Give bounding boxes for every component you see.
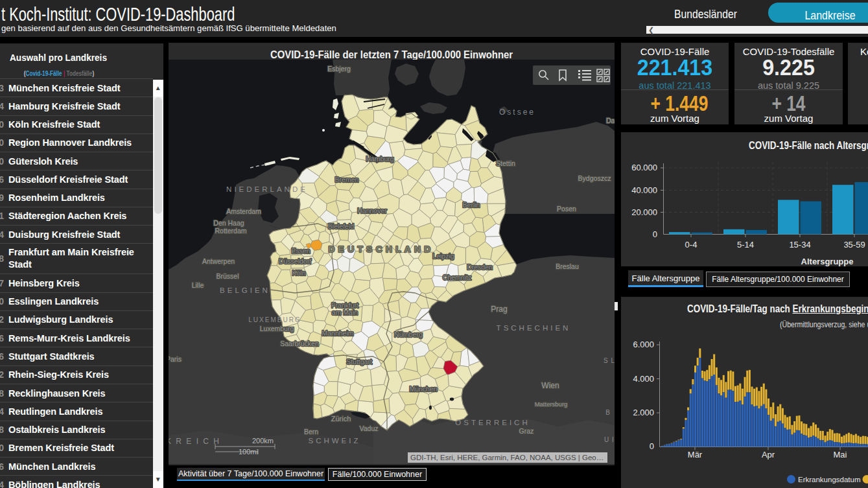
- svg-text:Nürnberg: Nürnberg: [394, 331, 423, 338]
- svg-text:U I: U I: [604, 436, 615, 443]
- svg-text:SCHWEIZ: SCHWEIZ: [308, 437, 360, 445]
- svg-text:Ostsee: Ostsee: [499, 108, 535, 117]
- svg-text:TSCHECHIEN: TSCHECHIEN: [497, 324, 571, 332]
- svg-text:Dresden: Dresden: [467, 263, 493, 271]
- svg-text:Dan: Dan: [606, 117, 615, 124]
- svg-text:Brüssel: Brüssel: [216, 272, 239, 280]
- svg-text:Stettin: Stettin: [496, 159, 515, 167]
- svg-text:S L: S L: [604, 357, 615, 364]
- svg-text:0-4: 0-4: [685, 240, 698, 250]
- svg-text:Posen: Posen: [557, 205, 576, 213]
- svg-text:Chemnitz: Chemnitz: [443, 273, 471, 281]
- svg-text:Altersgruppe: Altersgruppe: [801, 257, 854, 266]
- svg-text:Prag: Prag: [491, 305, 507, 314]
- svg-text:20.000: 20.000: [631, 207, 657, 217]
- svg-text:Berlin: Berlin: [463, 201, 480, 209]
- svg-text:Amsterdam: Amsterdam: [226, 207, 261, 215]
- svg-text:K R E I C H: K R E I C H: [169, 437, 220, 446]
- svg-text:Erkrankungsdatum: Erkrankungsdatum: [798, 476, 861, 483]
- svg-text:0: 0: [650, 441, 654, 451]
- svg-text:35-59: 35-59: [843, 240, 865, 250]
- svg-text:Luxemburg: Luxemburg: [260, 325, 294, 332]
- svg-text:100mi: 100mi: [239, 448, 258, 456]
- svg-text:Stuttgart: Stuttgart: [346, 358, 372, 366]
- svg-text:Paris: Paris: [169, 355, 182, 363]
- svg-text:Mai: Mai: [834, 450, 847, 459]
- svg-text:2.000: 2.000: [633, 408, 654, 417]
- svg-text:Graz: Graz: [519, 427, 534, 435]
- svg-text:Düsseldorf: Düsseldorf: [279, 257, 311, 265]
- svg-text:Köln: Köln: [292, 269, 305, 277]
- svg-text:Bern: Bern: [304, 428, 318, 436]
- svg-text:4.000: 4.000: [633, 374, 654, 384]
- svg-text:Breslau: Breslau: [556, 262, 579, 270]
- svg-text:Antwerpen: Antwerpen: [202, 257, 235, 265]
- svg-text:Bremen: Bremen: [335, 176, 359, 183]
- svg-text:ÖSTERREICH: ÖSTERREICH: [455, 419, 530, 426]
- svg-text:Hannover: Hannover: [357, 207, 387, 215]
- svg-text:60.000: 60.000: [631, 163, 657, 172]
- svg-text:München: München: [409, 385, 437, 393]
- svg-text:6.000: 6.000: [633, 340, 654, 349]
- svg-text:15-34: 15-34: [789, 240, 810, 250]
- svg-text:Essen: Essen: [291, 247, 310, 255]
- svg-text:200km: 200km: [252, 437, 274, 445]
- svg-text:40.000: 40.000: [631, 185, 657, 195]
- svg-text:BELGIEN: BELGIEN: [220, 286, 270, 294]
- svg-text:Bydgoszcz: Bydgoszcz: [578, 174, 611, 182]
- svg-text:Wien: Wien: [541, 381, 559, 390]
- svg-text:Saarbrücken: Saarbrücken: [280, 340, 319, 347]
- svg-text:Hamburg: Hamburg: [366, 155, 393, 163]
- svg-text:Bielefeld: Bielefeld: [328, 222, 354, 230]
- svg-text:Mär: Mär: [688, 450, 703, 459]
- svg-text:0: 0: [653, 229, 657, 239]
- svg-text:Esbjerg: Esbjerg: [327, 65, 351, 73]
- svg-text:Leipzig: Leipzig: [432, 252, 454, 260]
- svg-text:Mattersburg: Mattersburg: [535, 401, 568, 408]
- svg-text:am Main: am Main: [332, 308, 358, 316]
- svg-text:DEUTSCHLAND: DEUTSCHLAND: [328, 244, 434, 254]
- svg-text:LUXEMBURG: LUXEMBURG: [248, 316, 301, 323]
- svg-text:Mannheim: Mannheim: [322, 329, 353, 337]
- svg-text:Vaduz: Vaduz: [360, 424, 379, 432]
- svg-text:Den Haag: Den Haag: [213, 219, 244, 227]
- svg-text:NIEDERLANDE: NIEDERLANDE: [226, 185, 308, 193]
- svg-text:Rotterdam: Rotterdam: [215, 227, 246, 235]
- svg-text:Zürich: Zürich: [331, 415, 351, 423]
- svg-text:Apr: Apr: [762, 450, 775, 459]
- svg-text:5-14: 5-14: [737, 240, 754, 250]
- svg-text:Lille: Lille: [192, 281, 204, 289]
- svg-text:B: B: [605, 409, 611, 416]
